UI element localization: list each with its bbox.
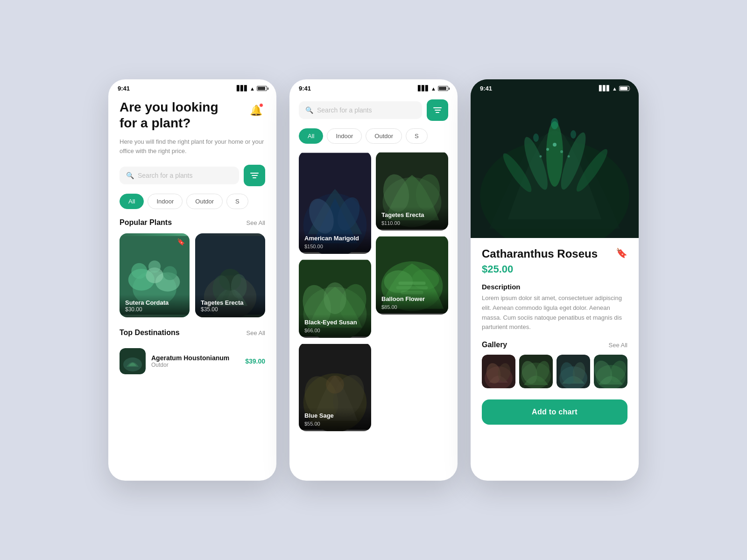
- description-title: Description: [482, 283, 627, 291]
- tab-outdoor-1[interactable]: Outdor: [186, 194, 223, 209]
- tab-s-2[interactable]: S: [406, 128, 428, 144]
- result-card-1[interactable]: American Marigold $150.00: [299, 151, 371, 254]
- result-price-4: $85.00: [381, 304, 443, 310]
- status-icons-1: ▋▋▋ ▲: [237, 85, 267, 91]
- destinations-see-all[interactable]: See All: [247, 329, 265, 336]
- gallery-grid: [482, 355, 627, 388]
- popular-section-header: Popular Plants See All: [120, 218, 265, 227]
- plant-card-2[interactable]: Tagetes Erecta $35.00: [195, 233, 265, 317]
- result-card-2[interactable]: Tagetes Erecta $110.00: [376, 151, 448, 231]
- search-icon-2: 🔍: [305, 106, 313, 114]
- status-time-1: 9:41: [118, 85, 130, 92]
- result-name-2: Tagetes Erecta: [381, 211, 443, 219]
- svg-rect-38: [396, 286, 428, 289]
- gallery-thumb-3[interactable]: [557, 355, 590, 388]
- result-price-1: $150.00: [304, 244, 366, 249]
- wifi-icon-2: ▲: [431, 86, 436, 91]
- notification-bell[interactable]: 🔔: [247, 101, 265, 120]
- status-time-3: 9:41: [480, 85, 492, 92]
- category-tabs-1: All Indoor Outdor S: [120, 194, 265, 209]
- result-price-3: $66.00: [304, 328, 366, 333]
- plant-card-1[interactable]: 🔖 Sutera Cordata $30.00: [120, 233, 190, 317]
- signal-icon-1: ▋▋▋: [237, 85, 248, 91]
- result-card-info-2: Tagetes Erecta $110.00: [376, 207, 448, 231]
- wifi-icon-1: ▲: [250, 86, 255, 91]
- svg-point-5: [131, 263, 147, 279]
- svg-point-50: [568, 155, 570, 158]
- search-input-wrap-1[interactable]: 🔍 Search for a plants: [120, 167, 239, 184]
- tab-outdoor-2[interactable]: Outdor: [366, 128, 402, 144]
- gallery-title: Gallery: [482, 341, 507, 349]
- plant-price-2: $35.00: [201, 306, 260, 313]
- search-icon-1: 🔍: [126, 172, 134, 179]
- bookmark-icon-1[interactable]: 🔖: [177, 238, 185, 245]
- product-title: Catharanthus Roseus: [482, 247, 616, 260]
- tab-all-1[interactable]: All: [120, 194, 144, 209]
- filter-button-2[interactable]: [427, 99, 448, 121]
- svg-point-51: [540, 155, 542, 158]
- battery-icon-2: [438, 86, 448, 91]
- dest-price-1: $39.00: [245, 357, 265, 365]
- plant-name-2: Tagetes Erecta: [201, 299, 260, 306]
- status-bar-3: 9:41 ▋▋▋ ▲: [471, 79, 639, 95]
- screen1-phone: 9:41 ▋▋▋ ▲ Are you looking for a plant? …: [108, 79, 276, 481]
- popular-grid: 🔖 Sutera Cordata $30.00: [120, 233, 265, 317]
- svg-point-7: [148, 260, 161, 273]
- battery-icon-3: [619, 86, 629, 91]
- filter-button-1[interactable]: [244, 165, 265, 186]
- search-placeholder-2: Search for a plants: [317, 106, 372, 114]
- search-input-wrap-2[interactable]: 🔍 Search for a plants: [299, 101, 422, 119]
- tab-all-2[interactable]: All: [299, 128, 323, 144]
- product-price: $25.00: [482, 263, 627, 275]
- screen3-content: Catharanthus Roseus 🔖 $25.00 Description…: [471, 238, 639, 434]
- tab-indoor-1[interactable]: Indoor: [148, 194, 183, 209]
- result-card-info-1: American Marigold $150.00: [299, 230, 371, 254]
- dest-category-1: Outdor: [151, 362, 240, 368]
- tab-indoor-2[interactable]: Indoor: [327, 128, 362, 144]
- result-name-4: Balloon Flower: [381, 295, 443, 303]
- result-card-info-3: Black-Eyed Susan $66.00: [299, 314, 371, 338]
- svg-rect-39: [398, 282, 425, 285]
- dest-info-1: Ageratum Houstonianum Outdor: [151, 354, 240, 368]
- hero-svg: [471, 79, 639, 238]
- svg-point-53: [533, 133, 539, 142]
- gallery-see-all[interactable]: See All: [609, 342, 627, 349]
- svg-point-54: [571, 130, 576, 139]
- gallery-thumb-1[interactable]: [482, 355, 515, 388]
- battery-icon-1: [257, 86, 267, 91]
- add-to-chart-button[interactable]: Add to chart: [482, 399, 627, 425]
- hero-image: 9:41 ▋▋▋ ▲: [471, 79, 639, 238]
- destination-item-1[interactable]: Ageratum Houstonianum Outdor $39.00: [120, 343, 265, 379]
- gallery-header: Gallery See All: [482, 341, 627, 349]
- plant-card-overlay-2: Tagetes Erecta $35.00: [195, 294, 265, 317]
- result-card-4[interactable]: Balloon Flower $85.00: [376, 235, 448, 315]
- notification-dot: [259, 103, 263, 107]
- popular-see-all[interactable]: See All: [247, 219, 265, 226]
- result-card-info-5: Blue Sage $55.00: [299, 407, 371, 431]
- tab-s-1[interactable]: S: [226, 194, 248, 209]
- svg-point-23: [324, 282, 346, 314]
- plant-card-overlay-1: Sutera Cordata $30.00: [120, 294, 190, 317]
- dest-name-1: Ageratum Houstonianum: [151, 354, 240, 362]
- gallery-thumb-2[interactable]: [519, 355, 553, 388]
- page-title-1: Are you looking for a plant?: [120, 99, 218, 131]
- masonry-col-right: Tagetes Erecta $110.00: [376, 151, 448, 431]
- svg-point-6: [163, 266, 177, 280]
- masonry-col-left: American Marigold $150.00: [299, 151, 371, 431]
- result-name-1: American Marigold: [304, 235, 366, 243]
- result-card-3[interactable]: Black-Eyed Susan $66.00: [299, 259, 371, 338]
- status-bar-1: 9:41 ▋▋▋ ▲: [108, 79, 276, 95]
- gallery-thumb-4[interactable]: [594, 355, 627, 388]
- svg-point-48: [560, 150, 563, 153]
- result-card-5[interactable]: Blue Sage $55.00: [299, 343, 371, 431]
- bookmark-product-icon[interactable]: 🔖: [616, 247, 627, 259]
- filter-icon-2: [433, 107, 442, 113]
- description-text: Lorem ipsum dolor sit amet, consectetuer…: [482, 294, 627, 332]
- status-time-2: 9:41: [299, 85, 311, 92]
- screen3-phone: 9:41 ▋▋▋ ▲ Catharanthus Roseus 🔖 $25.00 …: [471, 79, 639, 481]
- popular-title: Popular Plants: [120, 218, 172, 227]
- search-bar-1: 🔍 Search for a plants: [120, 165, 265, 186]
- screen1-header: Are you looking for a plant? 🔔: [120, 99, 265, 131]
- results-grid: American Marigold $150.00: [299, 151, 448, 431]
- screen2-phone: 9:41 ▋▋▋ ▲ 🔍 Search for a plants: [289, 79, 458, 481]
